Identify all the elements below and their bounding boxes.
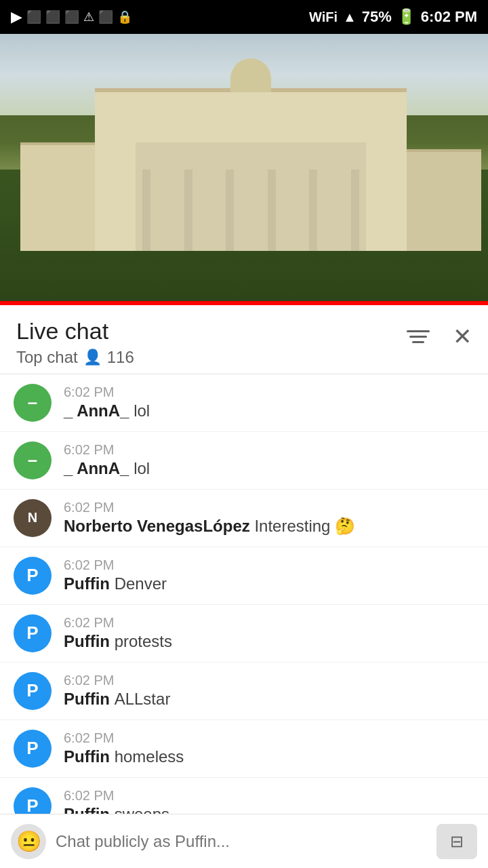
- chat-username: Puffin: [64, 632, 115, 650]
- status-icons: ▶ ⬛ ⬛ ⬛ ⚠ ⬛ 🔒: [11, 8, 132, 26]
- chat-header: Live chat Top chat 👤 116 ✕: [0, 305, 488, 374]
- avatar: P: [14, 614, 52, 652]
- chat-text: protests: [115, 632, 172, 650]
- chat-content: 6:02 PM_ AnnA_ lol: [64, 384, 474, 420]
- chat-content: 6:02 PMPuffin Denver: [64, 557, 474, 593]
- chat-content: 6:02 PMNorberto VenegasLópez Interesting…: [64, 500, 474, 536]
- chat-message-item: –6:02 PM_ AnnA_ lol: [0, 432, 488, 490]
- chat-content: 6:02 PM_ AnnA_ lol: [64, 442, 474, 478]
- lock-icon: 🔒: [117, 9, 132, 24]
- filter-line-1: [407, 330, 430, 332]
- chat-time: 6:02 PM: [64, 557, 474, 573]
- app-icon-m: ⬛: [45, 9, 60, 24]
- chat-input[interactable]: [56, 824, 427, 859]
- chat-username: _ AnnA_: [64, 401, 134, 420]
- chat-header-info: Live chat Top chat 👤 116: [16, 317, 134, 367]
- status-info: WiFi ▲ 75% 🔋 6:02 PM: [309, 8, 477, 26]
- video-progress-bar[interactable]: [0, 301, 488, 305]
- chat-message-text: _ AnnA_ lol: [64, 401, 474, 420]
- wifi-icon: WiFi: [309, 9, 338, 25]
- alert-icon: ⚠: [83, 9, 94, 24]
- filter-line-3: [412, 341, 424, 343]
- chat-list: –6:02 PM_ AnnA_ lol–6:02 PM_ AnnA_ lolN6…: [0, 374, 488, 835]
- chat-message-item: P6:02 PMPuffin ALLstar: [0, 663, 488, 720]
- status-bar: ▶ ⬛ ⬛ ⬛ ⚠ ⬛ 🔒 WiFi ▲ 75% 🔋 6:02 PM: [0, 0, 488, 34]
- chat-subtitle: Top chat 👤 116: [16, 348, 134, 367]
- signal-icon: ▲: [343, 9, 357, 25]
- input-bar: 😐 ⊟: [0, 814, 488, 868]
- chat-message-text: Puffin Denver: [64, 574, 474, 593]
- send-icon: ⊟: [450, 832, 464, 851]
- image-icon: ⬛: [98, 9, 113, 24]
- chat-time: 6:02 PM: [64, 788, 474, 804]
- chat-message-item: P6:02 PMPuffin homeless: [0, 720, 488, 778]
- avatar: P: [14, 672, 52, 710]
- chat-message-text: _ AnnA_ lol: [64, 459, 474, 478]
- chat-message-text: Puffin homeless: [64, 747, 474, 766]
- chat-username: Puffin: [64, 747, 115, 766]
- chat-message-item: P6:02 PMPuffin protests: [0, 605, 488, 663]
- chat-time: 6:02 PM: [64, 730, 474, 746]
- close-button[interactable]: ✕: [453, 325, 472, 348]
- chat-message-item: –6:02 PM_ AnnA_ lol: [0, 374, 488, 432]
- avatar: –: [14, 384, 52, 422]
- chat-message-text: Norberto VenegasLópez Interesting 🤔: [64, 517, 474, 536]
- filter-button[interactable]: [407, 323, 436, 350]
- chat-time: 6:02 PM: [64, 384, 474, 400]
- time-display: 6:02 PM: [421, 8, 477, 26]
- chat-header-actions: ✕: [407, 317, 472, 350]
- chat-text: lol: [134, 401, 150, 420]
- chat-text: lol: [134, 459, 150, 477]
- chat-content: 6:02 PMPuffin homeless: [64, 730, 474, 766]
- top-chat-label: Top chat: [16, 348, 78, 367]
- battery-icon: 🔋: [397, 8, 415, 26]
- chat-content: 6:02 PMPuffin protests: [64, 615, 474, 651]
- chat-time: 6:02 PM: [64, 673, 474, 688]
- viewers-count: 116: [107, 348, 134, 367]
- chat-username: Norberto VenegasLópez: [64, 517, 254, 535]
- chat-time: 6:02 PM: [64, 500, 474, 515]
- chat-username: Puffin: [64, 690, 115, 708]
- wh-main: [95, 88, 407, 251]
- battery-pct: 75%: [362, 8, 392, 26]
- file-icon: ⬛: [64, 9, 79, 24]
- avatar: N: [14, 499, 52, 537]
- chat-username: _ AnnA_: [64, 459, 134, 477]
- avatar: P: [14, 730, 52, 768]
- video-player[interactable]: [0, 34, 488, 305]
- chat-message-item: P6:02 PMPuffin Denver: [0, 547, 488, 605]
- chat-text: Denver: [115, 574, 167, 593]
- chat-text: homeless: [115, 747, 184, 766]
- emoji-button[interactable]: 😐: [11, 824, 46, 859]
- avatar: P: [14, 557, 52, 595]
- chat-content: 6:02 PMPuffin ALLstar: [64, 673, 474, 709]
- chat-message-text: Puffin protests: [64, 632, 474, 651]
- chat-text: Interesting 🤔: [254, 517, 355, 535]
- viewers-icon: 👤: [83, 349, 102, 366]
- emoji-icon: 😐: [16, 829, 41, 853]
- filter-line-2: [409, 336, 427, 338]
- send-button[interactable]: ⊟: [436, 824, 477, 859]
- live-chat-title: Live chat: [16, 317, 134, 345]
- chat-time: 6:02 PM: [64, 442, 474, 458]
- chat-time: 6:02 PM: [64, 615, 474, 631]
- chat-username: Puffin: [64, 574, 115, 593]
- notification-icon: ⬛: [26, 9, 41, 24]
- avatar: –: [14, 441, 52, 479]
- chat-list-wrapper: –6:02 PM_ AnnA_ lol–6:02 PM_ AnnA_ lolN6…: [0, 374, 488, 868]
- chat-text: ALLstar: [115, 690, 171, 708]
- chat-message-item: N6:02 PMNorberto VenegasLópez Interestin…: [0, 490, 488, 547]
- chat-message-text: Puffin ALLstar: [64, 690, 474, 709]
- youtube-icon: ▶: [11, 8, 22, 26]
